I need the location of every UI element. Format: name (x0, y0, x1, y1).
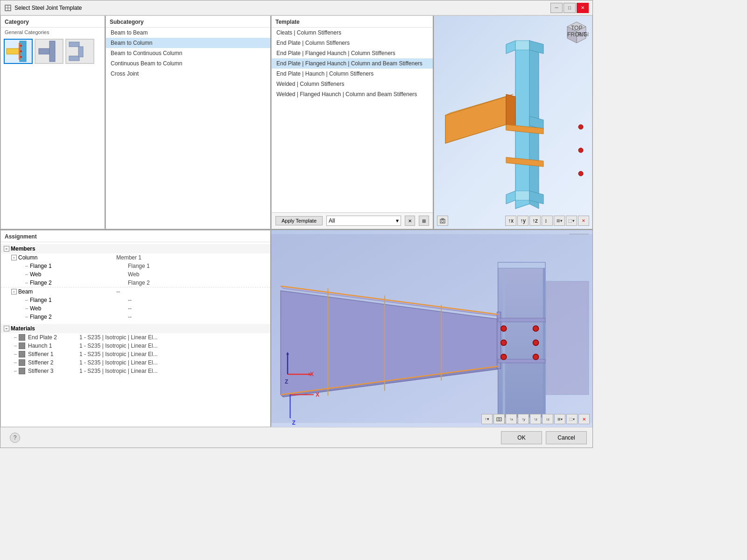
camera-button[interactable] (437, 216, 448, 226)
view-side-button[interactable]: ↑y (517, 216, 529, 226)
subcategory-item-beam-to-beam[interactable]: Beam to Beam (106, 28, 270, 38)
minimize-button[interactable]: ─ (550, 3, 563, 13)
render-options-button[interactable]: ⬚▾ (566, 216, 577, 226)
svg-point-36 (578, 125, 583, 129)
subcategory-item-beam-to-column[interactable]: Beam to Column (106, 38, 270, 48)
main-window: Select Steel Joint Template ─ □ ✕ Catego… (0, 0, 593, 448)
template-item-3[interactable]: End Plate | Flanged Haunch | Column Stif… (272, 48, 433, 58)
toolbar-3d-top: ↑x ↑y ↑z ↕ ⊞▾ ⬚▾ ✕ (505, 216, 589, 226)
svg-rect-12 (69, 56, 79, 61)
mat-name-1: Haunch 1 (28, 343, 79, 349)
ok-button[interactable]: OK (501, 431, 542, 444)
subcategory-item-continuous-beam-to-column[interactable]: Continuous Beam to Column (106, 58, 270, 69)
svg-point-61 (501, 326, 507, 331)
view-reset-button[interactable]: ✕ (578, 216, 589, 226)
template-item-6[interactable]: Welded | Column Stiffeners (272, 79, 433, 89)
vp-view-z-button[interactable]: ↑z (530, 414, 541, 424)
svg-point-6 (20, 45, 22, 47)
template-item-1[interactable]: Cleats | Column Stiffeners (272, 28, 433, 38)
col-flange2-value: Flange 2 (128, 280, 268, 286)
view-front-button[interactable]: ↑x (505, 216, 516, 226)
axis-indicator: X Z (283, 351, 316, 385)
svg-text:↑z: ↑z (532, 217, 538, 224)
svg-point-8 (20, 56, 22, 58)
help-button[interactable]: ? (10, 433, 20, 443)
mat-name-3: Stiffener 2 (28, 359, 79, 366)
dropdown-value: All (329, 217, 335, 224)
top-panels: Category General Categories (0, 15, 592, 230)
category-icon-1[interactable] (4, 39, 33, 64)
viewport-toolbar: ↑▾ ↑x ↑y ↑z ↕z ⊞▾ ⬚▾ ✕ (481, 414, 590, 424)
help-icon: ? (14, 434, 17, 441)
column-label: Column (18, 254, 116, 261)
chevron-down-icon: ▾ (396, 217, 399, 224)
cancel-button[interactable]: Cancel (546, 431, 587, 444)
web-row: Web Web (1, 270, 270, 279)
svg-text:Z: Z (292, 420, 296, 426)
vp-camera-button[interactable] (493, 414, 505, 424)
mat-value-1: 1 - S235 | Isotropic | Linear El... (79, 343, 268, 349)
svg-point-66 (533, 354, 539, 360)
vp-view-x-button[interactable]: ↑x (506, 414, 517, 424)
refresh-button[interactable]: ⊞ (419, 216, 429, 226)
subcategory-item-beam-to-continuous-column[interactable]: Beam to Continuous Column (106, 48, 270, 58)
mat-value-0: 1 - S235 | Isotropic | Linear El... (79, 334, 268, 341)
viewport-svg: X Z (271, 230, 592, 427)
apply-template-button[interactable]: Apply Template (275, 216, 323, 225)
material-row-4: Stiffener 3 1 - S235 | Isotropic | Linea… (1, 367, 270, 375)
vp-move-button[interactable]: ↑▾ (481, 414, 493, 424)
main-content: Category General Categories (0, 15, 592, 448)
svg-point-63 (501, 354, 507, 360)
materials-expand-icon[interactable]: − (4, 326, 9, 331)
category-icon-3[interactable] (65, 39, 94, 64)
template-item-5[interactable]: End Plate | Haunch | Column Stiffeners (272, 69, 433, 79)
members-expand-icon[interactable]: − (4, 246, 9, 252)
material-row-3: Stiffener 2 1 - S235 | Isotropic | Linea… (1, 358, 270, 367)
template-item-4[interactable]: End Plate | Flanged Haunch | Column and … (272, 58, 433, 69)
beam-flange2-label: Flange 2 (30, 314, 128, 320)
beam-web-row: Web -- (1, 304, 270, 313)
nav-cube[interactable]: TOP FRONT RIGHT (563, 20, 588, 45)
materials-section-header[interactable]: − Materials (1, 324, 270, 333)
vp-display-options-button[interactable]: ⊞▾ (554, 414, 565, 424)
mat-color-3 (19, 359, 25, 366)
assignment-panel: Assignment − Members − Column Member 1 (0, 230, 271, 427)
template-item-7[interactable]: Welded | Flanged Haunch | Column and Bea… (272, 89, 433, 99)
subcategory-item-cross-joint[interactable]: Cross Joint (106, 69, 270, 79)
svg-rect-10 (49, 41, 55, 62)
category-icon-2[interactable] (35, 39, 63, 64)
maximize-button[interactable]: □ (564, 3, 576, 13)
view-options-button[interactable]: ⊞▾ (554, 216, 565, 226)
vp-reset-button[interactable]: ✕ (578, 414, 590, 424)
beam-flange2-value: -- (128, 314, 268, 320)
close-button[interactable]: ✕ (577, 3, 589, 13)
svg-point-64 (533, 326, 539, 331)
vp-view-y-button[interactable]: ↑y (518, 414, 529, 424)
template-dropdown[interactable]: All ▾ (326, 216, 401, 226)
members-section-header[interactable]: − Members (1, 244, 270, 253)
dialog-footer: ? OK Cancel (0, 427, 592, 448)
beam-flange1-label: Flange 1 (30, 297, 128, 303)
clear-button[interactable]: ✕ (405, 216, 415, 226)
preview-panel: TOP FRONT RIGHT (434, 15, 592, 229)
x-axis-label: X (310, 371, 314, 378)
vp-render-button[interactable]: ⬚▾ (566, 414, 578, 424)
beam-expand-icon[interactable]: − (11, 289, 17, 294)
svg-marker-23 (506, 41, 515, 54)
svg-point-62 (501, 340, 507, 345)
assignment-header: Assignment (1, 231, 270, 242)
category-panel: Category General Categories (0, 15, 106, 229)
beam-web-value: -- (128, 305, 268, 312)
view-iso-button[interactable]: ↕ (542, 216, 553, 226)
svg-marker-28 (506, 191, 515, 204)
template-footer: Apply Template All ▾ ✕ ⊞ (272, 212, 433, 229)
view-top-button[interactable]: ↑z (529, 216, 541, 226)
mat-value-3: 1 - S235 | Isotropic | Linear El... (79, 359, 268, 366)
column-expand-icon[interactable]: − (11, 255, 17, 260)
flange1-row: Flange 1 Flange 1 (1, 262, 270, 270)
svg-rect-59 (498, 318, 545, 322)
vp-view-iso-button[interactable]: ↕z (542, 414, 553, 424)
svg-text:↕: ↕ (544, 217, 547, 224)
svg-point-65 (533, 340, 539, 345)
template-item-2[interactable]: End Plate | Column Stiffeners (272, 38, 433, 48)
